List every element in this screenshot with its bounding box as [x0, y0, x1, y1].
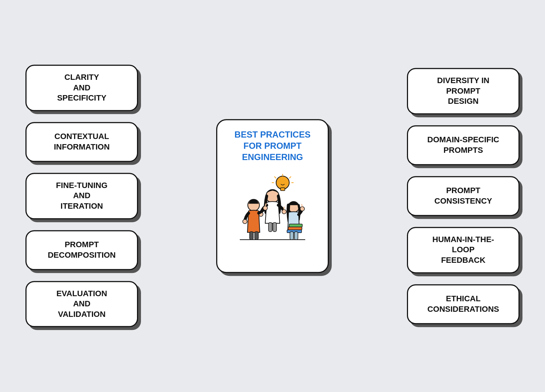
svg-rect-25: [269, 222, 272, 232]
svg-point-17: [300, 207, 304, 211]
svg-point-1: [276, 176, 289, 189]
card-decomposition-text: PROMPTDECOMPOSITION: [48, 240, 116, 260]
left-column: CLARITYANDSPECIFICITY CONTEXTUALINFORMAT…: [25, 65, 138, 327]
card-clarity-text: CLARITYANDSPECIFICITY: [57, 72, 106, 103]
svg-rect-28: [294, 232, 298, 240]
card-evaluation-text: EVALUATIONANDVALIDATION: [56, 289, 107, 320]
svg-rect-20: [288, 227, 302, 230]
card-contextual-text: CONTEXTUALINFORMATION: [54, 132, 110, 152]
card-ethical-text: ETHICALCONSIDERATIONS: [427, 294, 499, 314]
illustration: [229, 169, 316, 263]
svg-rect-21: [289, 224, 302, 227]
card-consistency: PROMPTCONSISTENCY: [407, 176, 520, 216]
svg-rect-27: [290, 232, 294, 240]
card-diversity-text: DIVERSITY INPROMPTDESIGN: [437, 75, 489, 107]
card-human: HUMAN-IN-THE-LOOPFEEDBACK: [407, 227, 520, 273]
svg-point-13: [263, 206, 267, 210]
card-ethical: ETHICALCONSIDERATIONS: [407, 284, 520, 324]
card-fine-tuning: FINE-TUNINGANDITERATION: [25, 173, 138, 219]
right-column: DIVERSITY INPROMPTDESIGN DOMAIN-SPECIFIC…: [407, 68, 520, 324]
card-contextual: CONTEXTUALINFORMATION: [25, 122, 138, 162]
card-clarity: CLARITYANDSPECIFICITY: [25, 65, 138, 111]
diagram: CLARITYANDSPECIFICITY CONTEXTUALINFORMAT…: [18, 18, 527, 374]
svg-point-15: [243, 219, 247, 224]
card-decomposition: PROMPTDECOMPOSITION: [25, 230, 138, 270]
card-evaluation: EVALUATIONANDVALIDATION: [25, 281, 138, 327]
card-domain-text: DOMAIN-SPECIFICPROMPTS: [427, 135, 499, 155]
center-card: BEST PRACTICESFOR PROMPTENGINEERING: [216, 119, 329, 273]
svg-rect-2: [280, 188, 285, 191]
svg-line-18: [302, 204, 302, 207]
card-domain: DOMAIN-SPECIFICPROMPTS: [407, 125, 520, 165]
card-human-text: HUMAN-IN-THE-LOOPFEEDBACK: [432, 234, 494, 266]
svg-rect-26: [273, 222, 276, 232]
card-fine-tuning-text: FINE-TUNINGANDITERATION: [56, 180, 108, 212]
svg-point-9: [282, 209, 286, 214]
svg-rect-23: [250, 232, 253, 240]
card-consistency-text: PROMPTCONSISTENCY: [435, 185, 492, 206]
card-diversity: DIVERSITY INPROMPTDESIGN: [407, 68, 520, 114]
svg-rect-24: [255, 232, 258, 240]
center-title: BEST PRACTICESFOR PROMPTENGINEERING: [234, 129, 310, 163]
